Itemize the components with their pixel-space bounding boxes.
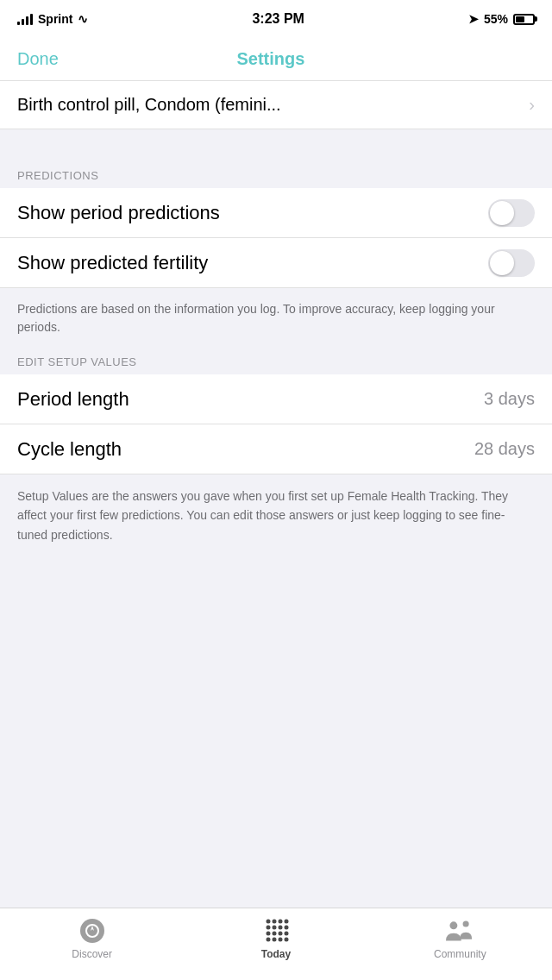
- svg-point-6: [284, 920, 288, 924]
- svg-point-11: [266, 932, 270, 936]
- status-time: 3:23 PM: [252, 11, 304, 27]
- predictions-section-header: PREDICTIONS: [0, 160, 552, 188]
- svg-point-14: [284, 932, 288, 936]
- page-title: Settings: [236, 49, 304, 69]
- svg-point-4: [272, 920, 276, 924]
- compass-svg: [78, 917, 106, 945]
- today-icon: [262, 917, 290, 945]
- tab-community[interactable]: Community: [417, 917, 503, 960]
- svg-point-8: [272, 926, 276, 930]
- dots-grid-svg: [262, 917, 290, 945]
- period-length-value: 3 days: [484, 389, 535, 409]
- predictions-header-text: PREDICTIONS: [17, 169, 98, 182]
- discover-tab-label: Discover: [72, 948, 112, 960]
- show-fertility-label: Show predicted fertility: [17, 252, 208, 274]
- svg-point-13: [278, 932, 282, 936]
- cycle-length-value: 28 days: [474, 439, 535, 459]
- cycle-length-label: Cycle length: [17, 438, 122, 461]
- battery-icon: [513, 14, 535, 25]
- carrier-label: Sprint: [38, 12, 72, 26]
- today-tab-label: Today: [261, 948, 291, 960]
- edit-setup-header-text: EDIT SETUP VALUES: [17, 355, 137, 368]
- wifi-icon: ∿: [78, 12, 88, 26]
- status-left: Sprint ∿: [17, 12, 88, 26]
- show-period-predictions-label: Show period predictions: [17, 202, 220, 224]
- tab-today[interactable]: Today: [233, 917, 319, 960]
- done-button[interactable]: Done: [17, 49, 59, 69]
- svg-point-3: [266, 920, 270, 924]
- show-period-predictions-toggle[interactable]: [488, 199, 535, 227]
- discover-icon: [78, 917, 106, 945]
- content-area: Birth control pill, Condom (femini... › …: [0, 81, 552, 908]
- community-svg: [446, 918, 474, 944]
- birth-control-label: Birth control pill, Condom (femini...: [17, 95, 281, 115]
- show-fertility-row[interactable]: Show predicted fertility: [0, 238, 552, 288]
- tab-discover[interactable]: Discover: [49, 917, 135, 960]
- toggle-knob: [490, 201, 514, 225]
- section-spacer-1: [0, 129, 552, 160]
- svg-point-12: [272, 932, 276, 936]
- svg-point-9: [278, 926, 282, 930]
- svg-point-18: [284, 938, 288, 942]
- svg-point-17: [278, 938, 282, 942]
- show-fertility-toggle[interactable]: [488, 249, 535, 277]
- edit-setup-section-header: EDIT SETUP VALUES: [0, 349, 552, 374]
- nav-header: Done Settings: [0, 38, 552, 81]
- community-tab-label: Community: [434, 948, 486, 960]
- status-bar: Sprint ∿ 3:23 PM ➤ 55%: [0, 0, 552, 38]
- svg-point-5: [278, 920, 282, 924]
- status-right: ➤ 55%: [468, 12, 535, 26]
- cycle-length-row[interactable]: Cycle length 28 days: [0, 424, 552, 474]
- birth-control-row[interactable]: Birth control pill, Condom (femini... ›: [0, 81, 552, 129]
- svg-point-7: [266, 926, 270, 930]
- chevron-right-icon: ›: [529, 95, 535, 115]
- location-icon: ➤: [468, 12, 479, 26]
- battery-percent: 55%: [484, 12, 508, 26]
- svg-point-16: [272, 938, 276, 942]
- svg-point-10: [284, 926, 288, 930]
- tab-bar: Discover: [0, 908, 552, 980]
- svg-point-0: [80, 919, 104, 943]
- setup-values-info: Setup Values are the answers you gave wh…: [0, 474, 552, 556]
- svg-point-19: [450, 921, 458, 929]
- signal-icon: [17, 13, 33, 25]
- period-length-label: Period length: [17, 388, 129, 411]
- toggle-knob-2: [490, 251, 514, 275]
- predictions-info: Predictions are based on the information…: [0, 288, 552, 349]
- svg-point-20: [463, 920, 469, 927]
- show-period-predictions-row[interactable]: Show period predictions: [0, 188, 552, 238]
- period-length-row[interactable]: Period length 3 days: [0, 374, 552, 424]
- svg-point-15: [266, 938, 270, 942]
- community-icon: [446, 917, 474, 945]
